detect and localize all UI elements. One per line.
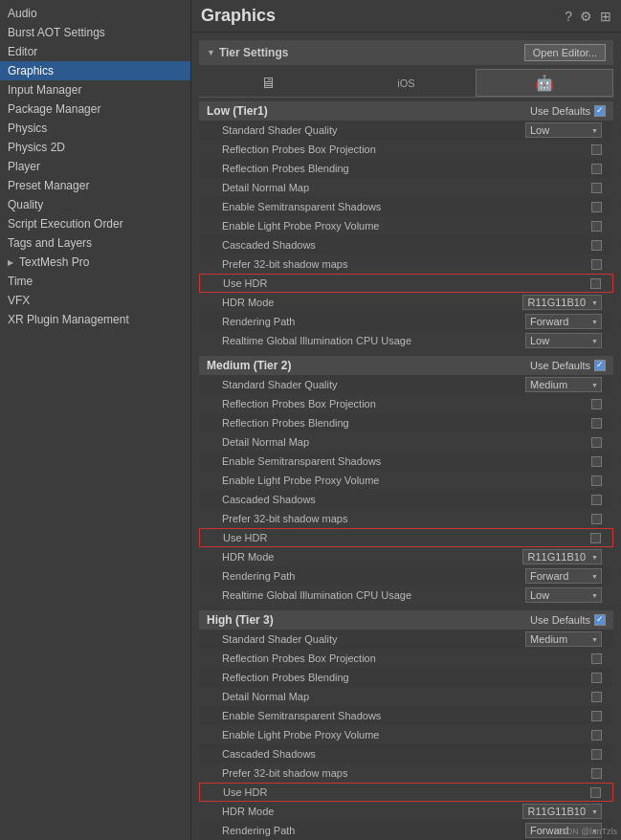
checkbox-2-2[interactable]	[591, 418, 602, 429]
row-value-2-3	[591, 437, 602, 448]
dropdown-1-0[interactable]: Low	[525, 122, 602, 138]
checkbox-1-6[interactable]	[591, 240, 602, 251]
use-defaults-3[interactable]: Use Defaults	[530, 614, 606, 626]
sidebar-item-audio[interactable]: Audio	[0, 4, 190, 23]
checkbox-2-3[interactable]	[591, 437, 602, 448]
sidebar-item-player[interactable]: Player	[0, 157, 190, 176]
row-label-3-8: Use HDR	[223, 786, 267, 798]
row-value-1-2	[591, 164, 602, 174]
checkbox-1-1[interactable]	[591, 144, 602, 155]
checkbox-3-7[interactable]	[591, 768, 602, 779]
dropdown-1-10[interactable]: Forward	[525, 314, 602, 329]
sidebar-item-textmesh-pro[interactable]: TextMesh Pro	[0, 253, 190, 272]
sidebar-item-input-manager[interactable]: Input Manager	[0, 80, 190, 99]
row-1-0: Standard Shader QualityLow	[199, 121, 613, 140]
sidebar-item-quality[interactable]: Quality	[0, 195, 190, 214]
checkbox-1-2[interactable]	[591, 164, 602, 174]
dropdown-2-11[interactable]: Low	[525, 587, 602, 603]
sidebar-item-time[interactable]: Time	[0, 272, 190, 291]
tier-block-2: Medium (Tier 2)Use DefaultsStandard Shad…	[199, 356, 613, 605]
checkbox-2-6[interactable]	[591, 495, 602, 505]
row-value-1-8	[590, 278, 601, 289]
sidebar-item-preset-manager[interactable]: Preset Manager	[0, 176, 190, 195]
checkbox-3-3[interactable]	[591, 692, 602, 702]
use-defaults-checkbox-1[interactable]	[594, 105, 606, 117]
tier-settings-header[interactable]: ▼ Tier Settings Open Editor...	[199, 40, 613, 65]
row-value-2-5	[591, 475, 602, 486]
sidebar-item-graphics[interactable]: Graphics	[0, 61, 190, 80]
use-defaults-checkbox-3[interactable]	[594, 614, 606, 626]
use-defaults-1[interactable]: Use Defaults	[530, 105, 606, 117]
row-value-3-2	[591, 673, 602, 683]
row-label-1-1: Reflection Probes Box Projection	[222, 144, 376, 155]
row-3-6: Cascaded Shadows	[199, 744, 613, 763]
dropdown-1-11[interactable]: Low	[525, 333, 602, 348]
use-defaults-checkbox-2[interactable]	[594, 360, 606, 371]
sidebar-item-physics[interactable]: Physics	[0, 119, 190, 138]
row-label-1-11: Realtime Global Illumination CPU Usage	[222, 335, 411, 346]
checkbox-2-5[interactable]	[591, 475, 602, 486]
row-value-2-6	[591, 495, 602, 505]
tier-header-3: High (Tier 3)Use Defaults	[199, 610, 613, 630]
checkbox-3-8[interactable]	[590, 787, 601, 798]
tab-android[interactable]: 🤖	[476, 69, 613, 97]
tab-monitor[interactable]: 🖥	[199, 69, 337, 97]
row-1-2: Reflection Probes Blending	[199, 159, 613, 178]
row-label-2-8: Use HDR	[223, 532, 267, 543]
dropdown-1-9[interactable]: R11G11B10	[522, 295, 602, 310]
sidebar-item-tags-and-layers[interactable]: Tags and Layers	[0, 233, 190, 253]
dropdown-3-9[interactable]: R11G11B10	[522, 804, 602, 819]
dropdown-2-10[interactable]: Forward	[525, 568, 602, 584]
use-defaults-label-2: Use Defaults	[530, 360, 590, 371]
sidebar-item-vfx[interactable]: VFX	[0, 291, 190, 310]
open-editor-button[interactable]: Open Editor...	[524, 44, 606, 61]
sidebar-item-script-execution-order[interactable]: Script Execution Order	[0, 214, 190, 233]
checkbox-1-8[interactable]	[590, 278, 601, 289]
checkbox-2-8[interactable]	[590, 533, 601, 543]
row-label-3-4: Enable Semitransparent Shadows	[222, 710, 381, 721]
row-2-1: Reflection Probes Box Projection	[199, 394, 613, 413]
dropdown-2-0[interactable]: Medium	[525, 377, 602, 392]
dropdown-3-0[interactable]: Medium	[525, 631, 602, 647]
checkbox-3-5[interactable]	[591, 730, 602, 741]
row-value-1-1	[591, 144, 602, 155]
row-label-1-10: Rendering Path	[222, 316, 295, 327]
row-value-1-6	[591, 240, 602, 251]
sidebar-item-physics-2d[interactable]: Physics 2D	[0, 138, 190, 157]
tab-ios[interactable]: iOS	[337, 69, 475, 97]
row-value-3-5	[591, 730, 602, 741]
row-1-5: Enable Light Probe Proxy Volume	[199, 216, 613, 235]
settings-icon[interactable]: ⚙	[580, 9, 592, 24]
sidebar-item-burst-aot-settings[interactable]: Burst AOT Settings	[0, 23, 190, 42]
checkbox-2-1[interactable]	[591, 399, 602, 409]
row-value-3-8	[590, 787, 601, 798]
checkbox-3-4[interactable]	[591, 711, 602, 721]
sidebar-item-xr-plugin-management[interactable]: XR Plugin Management	[0, 310, 190, 329]
checkbox-2-7[interactable]	[591, 514, 602, 524]
use-defaults-2[interactable]: Use Defaults	[530, 360, 606, 371]
tiers-container: Low (Tier1)Use DefaultsStandard Shader Q…	[199, 101, 613, 840]
help-icon[interactable]: ?	[565, 9, 572, 24]
checkbox-1-5[interactable]	[591, 221, 602, 232]
row-3-0: Standard Shader QualityMedium	[199, 630, 613, 649]
row-3-1: Reflection Probes Box Projection	[199, 649, 613, 668]
sidebar-item-editor[interactable]: Editor	[0, 42, 190, 61]
layout-icon[interactable]: ⊞	[600, 9, 611, 24]
checkbox-1-3[interactable]	[591, 183, 602, 193]
row-2-3: Detail Normal Map	[199, 432, 613, 452]
row-1-6: Cascaded Shadows	[199, 235, 613, 254]
row-2-8: Use HDR	[199, 528, 613, 547]
platform-tabs: 🖥 iOS 🤖	[199, 69, 613, 98]
row-1-4: Enable Semitransparent Shadows	[199, 197, 613, 216]
checkbox-3-6[interactable]	[591, 749, 602, 760]
sidebar-item-package-manager[interactable]: Package Manager	[0, 99, 190, 119]
dropdown-2-9[interactable]: R11G11B10	[522, 549, 602, 564]
checkbox-3-1[interactable]	[591, 653, 602, 664]
checkbox-3-2[interactable]	[591, 673, 602, 683]
checkbox-1-7[interactable]	[591, 259, 602, 270]
checkbox-1-4[interactable]	[591, 202, 602, 212]
row-2-10: Rendering PathForward	[199, 566, 613, 586]
main-header: Graphics ? ⚙ ⊞	[191, 0, 621, 33]
row-3-9: HDR ModeR11G11B10	[199, 802, 613, 821]
checkbox-2-4[interactable]	[591, 456, 602, 467]
